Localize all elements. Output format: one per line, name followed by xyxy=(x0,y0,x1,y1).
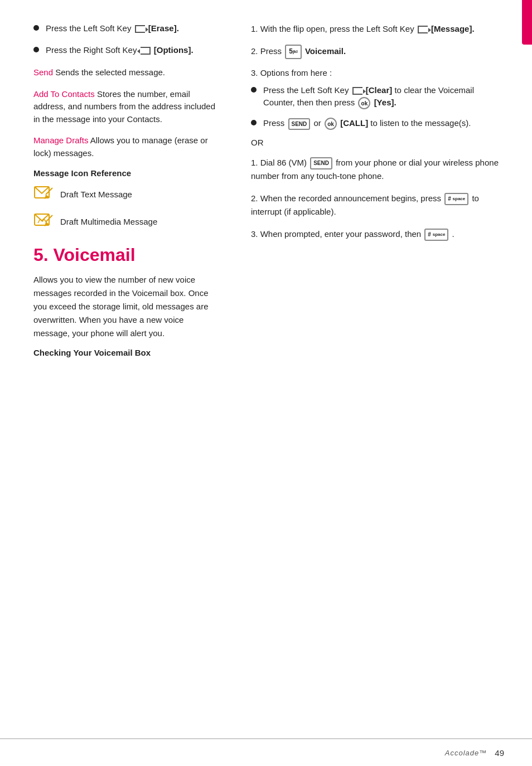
bullet-dot xyxy=(33,25,39,31)
draft-text-label: Draft Text Message xyxy=(60,190,132,199)
voicemail-title: Voicemail xyxy=(54,245,136,265)
step-1: 1. With the flip open, press the Left So… xyxy=(251,22,504,36)
ok-btn-icon-2: ok xyxy=(325,118,337,130)
checking-voicemail-heading: Checking Your Voicemail Box xyxy=(33,348,217,357)
step-1-text: With the flip open, press the Left Soft … xyxy=(260,24,475,33)
key-bullets: Press the Left Soft Key [Erase]. Press t… xyxy=(33,22,217,56)
bullet-erase: Press the Left Soft Key [Erase]. xyxy=(33,22,217,35)
draft-mm-label: Draft Multimedia Message xyxy=(60,217,157,226)
step-3: 3. Options from here : xyxy=(251,68,504,77)
icon-row-draft-text: Draft Text Message xyxy=(33,185,217,204)
term-send-desc: Sends the selected message. xyxy=(53,67,165,77)
step-2: 2. Press 5 jkl Voicemail. xyxy=(251,45,504,59)
term-send-label: Send xyxy=(33,67,53,77)
left-soft-key-icon xyxy=(135,25,145,33)
bullet-dot xyxy=(33,47,39,52)
bullet-options-text: Press the Right Soft Key [Options]. xyxy=(46,44,194,57)
step-1-num: 1. xyxy=(251,24,260,33)
step-3-call-text: Press SEND or ok [CALL] to listen to the… xyxy=(263,117,471,130)
term-add-contacts: Add To Contacts Stores the number, email… xyxy=(33,88,217,126)
ok-btn-icon: ok xyxy=(358,97,370,109)
hash-key-icon: # space xyxy=(444,193,468,205)
bullet-options: Press the Right Soft Key [Options]. xyxy=(33,44,217,57)
brand-text: Accolade xyxy=(445,749,479,757)
alt-steps: 1. Dial 86 (VM) SEND from your phone or … xyxy=(251,156,504,241)
draft-text-icon xyxy=(33,185,54,204)
left-soft-key-icon-3 xyxy=(352,87,362,95)
left-soft-key-icon-2 xyxy=(418,26,428,33)
step-3-bullets: Press the Left Soft Key [Clear] to clear… xyxy=(251,84,504,130)
alt-step-3: 3. When prompted, enter your password, t… xyxy=(251,227,504,241)
section-tab xyxy=(522,0,532,45)
icon-row-draft-mm: Draft Multimedia Message xyxy=(33,212,217,231)
or-divider: OR xyxy=(251,138,504,147)
term-add-label: Add To Contacts xyxy=(33,89,95,99)
alt-step-1: 1. Dial 86 (VM) SEND from your phone or … xyxy=(251,156,504,183)
step-3-num: 3. xyxy=(251,68,260,77)
term-drafts-label: Manage Drafts xyxy=(33,135,88,145)
bullet-dot xyxy=(251,87,257,93)
right-column: 1. With the flip open, press the Left So… xyxy=(234,0,532,766)
left-column: Press the Left Soft Key [Erase]. Press t… xyxy=(0,0,234,766)
step-3-clear-text: Press the Left Soft Key [Clear] to clear… xyxy=(263,84,504,110)
five-key-icon: 5 jkl xyxy=(285,45,302,59)
message-icon-heading: Message Icon Reference xyxy=(33,168,217,178)
hash-key-icon-2: # space xyxy=(424,229,448,241)
step-3-bullet-call: Press SEND or ok [CALL] to listen to the… xyxy=(251,117,504,130)
send-btn-icon: SEND xyxy=(288,118,311,130)
right-soft-key-icon xyxy=(141,47,151,55)
term-manage-drafts: Manage Drafts Allows you to manage (eras… xyxy=(33,134,217,159)
voicemail-section-title: 5. Voicemail xyxy=(33,245,217,265)
term-send: Send Sends the selected message. xyxy=(33,66,217,79)
bullet-dot xyxy=(251,120,257,125)
bullet-erase-text: Press the Left Soft Key [Erase]. xyxy=(46,22,179,35)
step-3-bullet-clear: Press the Left Soft Key [Clear] to clear… xyxy=(251,84,504,110)
voicemail-body: Allows you to view the number of new voi… xyxy=(33,273,217,340)
brand-name: Accolade™ xyxy=(445,749,487,757)
alt-step-2: 2. When the recorded announcement begins… xyxy=(251,192,504,219)
step-2-num: 2. xyxy=(251,46,260,56)
voicemail-number: 5. xyxy=(33,245,49,265)
send-btn-icon-2: SEND xyxy=(310,157,332,169)
page-number: 49 xyxy=(495,748,504,758)
footer: Accolade™ 49 xyxy=(0,738,532,766)
draft-mm-icon xyxy=(33,212,54,231)
